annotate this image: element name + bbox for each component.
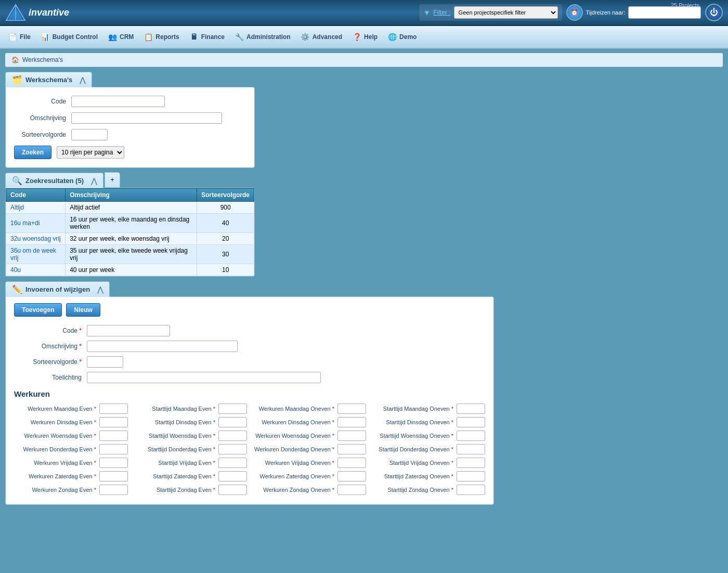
nav-demo[interactable]: 🌐 Demo — [383, 30, 421, 44]
werkuren-cell-input[interactable] — [457, 458, 485, 468]
werkuren-cell-input[interactable] — [218, 403, 247, 414]
werkuren-cell-input[interactable] — [99, 458, 128, 468]
nav-crm[interactable]: 👥 CRM — [103, 30, 138, 44]
code-input[interactable] — [71, 96, 165, 107]
cell-sorteervolgorde: 900 — [197, 202, 254, 214]
werkuren-cell: Starttijd Zaterdag Oneven * — [371, 471, 485, 481]
werkuren-cell: Werkuren Dinsdag Even * — [14, 417, 128, 427]
werkuren-cell-label: Starttijd Zaterdag Oneven * — [371, 473, 453, 479]
werkuren-row: Werkuren Donderdag Even * Starttijd Dond… — [14, 444, 485, 454]
werkuren-cell-label: Werkuren Zondag Oneven * — [252, 487, 334, 493]
werkuren-cell: Starttijd Zondag Oneven * — [371, 485, 485, 495]
filter-link[interactable]: Filter : — [433, 9, 450, 16]
nav-advanced[interactable]: ⚙️ Advanced — [296, 30, 346, 44]
werkuren-cell-input[interactable] — [99, 471, 128, 481]
werkuren-cell: Starttijd Maandag Oneven * — [371, 403, 485, 414]
rows-per-page-select[interactable]: 10 rijen per pagina — [57, 146, 124, 159]
nav-help[interactable]: ❓ Help — [347, 30, 382, 44]
sorteervolgorde-input[interactable] — [71, 129, 108, 140]
nav-finance[interactable]: 🖩 Finance — [185, 30, 229, 44]
werkuren-cell-input[interactable] — [218, 444, 247, 454]
werkuren-cell-input[interactable] — [99, 431, 128, 441]
werkuren-cell-input[interactable] — [337, 431, 366, 441]
werkuren-cell: Starttijd Zaterdag Even * — [133, 471, 247, 481]
werkuren-cell-label: Werkuren Donderdag Oneven * — [252, 446, 334, 452]
werkuren-cell: Starttijd Dinsdag Oneven * — [371, 417, 485, 427]
code-link[interactable]: 32u woensdag vrij — [10, 235, 61, 242]
werkuren-cell-input[interactable] — [457, 417, 485, 427]
werkuren-row: Werkuren Zondag Even * Starttijd Zondag … — [14, 485, 485, 495]
werkuren-cell-input[interactable] — [218, 458, 247, 468]
werkuren-cell-label: Starttijd Woensdag Even * — [133, 433, 215, 439]
nav-budget-control[interactable]: 📊 Budget Control — [36, 30, 102, 44]
werkuren-cell-input[interactable] — [337, 417, 366, 427]
table-row: 32u woensdag vrij 32 uur per week, elke … — [6, 233, 254, 245]
time-travel-label: Tijdreizen naar: — [586, 9, 625, 16]
werkuren-cell-input[interactable] — [337, 458, 366, 468]
werkuren-cell-input[interactable] — [218, 417, 247, 427]
werkuren-grid: Werkuren Maandag Even * Starttijd Maanda… — [14, 403, 485, 495]
werkuren-cell: Starttijd Dinsdag Even * — [133, 417, 247, 427]
cell-sorteervolgorde: 30 — [197, 245, 254, 264]
werkuren-cell-input[interactable] — [99, 417, 128, 427]
cell-code: 36u om de week vrij — [6, 245, 66, 264]
col-code: Code — [6, 189, 66, 202]
filter-select[interactable]: Geen projectspecifiek filter — [454, 6, 558, 19]
code-link[interactable]: Altijd — [10, 204, 24, 211]
werkuren-cell-input[interactable] — [457, 471, 485, 481]
edit-panel-collapse[interactable]: ⋀ — [97, 285, 103, 294]
omschrijving-label: Omschrijving — [14, 114, 66, 122]
werkuren-cell-input[interactable] — [337, 485, 366, 495]
werkuren-cell-input[interactable] — [218, 471, 247, 481]
omschrijving-input[interactable] — [71, 112, 222, 124]
werkuren-row: Werkuren Zaterdag Even * Starttijd Zater… — [14, 471, 485, 481]
search-panel-title: Werkschema's — [25, 76, 72, 84]
nav-reports[interactable]: 📋 Reports — [139, 30, 183, 44]
werkuren-cell: Werkuren Maandag Oneven * — [252, 403, 366, 414]
werkuren-cell-label: Werkuren Woensdag Oneven * — [252, 433, 334, 439]
werkuren-cell-input[interactable] — [337, 471, 366, 481]
edit-panel: ✏️ Invoeren of wijzigen ⋀ Toevoegen Nieu… — [5, 281, 494, 505]
werkuren-cell: Werkuren Zaterdag Oneven * — [252, 471, 366, 481]
nav-file[interactable]: 📄 File — [3, 30, 35, 44]
werkuren-cell: Werkuren Donderdag Even * — [14, 444, 128, 454]
edit-toelichting-label: Toelichting — [14, 374, 82, 381]
search-button[interactable]: Zoeken — [14, 146, 51, 159]
werkuren-cell-input[interactable] — [457, 444, 485, 454]
werkuren-cell-input[interactable] — [337, 403, 366, 414]
werkuren-cell-input[interactable] — [99, 403, 128, 414]
werkuren-cell-input[interactable] — [99, 444, 128, 454]
edit-toelichting-row: Toelichting — [14, 372, 485, 383]
code-link[interactable]: 36u om de week vrij — [10, 247, 56, 262]
werkuren-cell-label: Starttijd Maandag Oneven * — [371, 406, 453, 412]
edit-omschrijving-row: Omschrijving — [14, 341, 485, 352]
edit-toelichting-input[interactable] — [87, 372, 321, 383]
add-button[interactable]: Toevoegen — [14, 303, 62, 317]
werkuren-cell-input[interactable] — [457, 403, 485, 414]
edit-omschrijving-input[interactable] — [87, 341, 238, 352]
werkuren-cell-input[interactable] — [337, 444, 366, 454]
results-table: Code Omschrijving Sorteervolgorde Altijd… — [6, 188, 254, 276]
edit-icon: ✏️ — [12, 284, 22, 294]
results-collapse[interactable]: ⋀ — [91, 177, 97, 185]
code-link[interactable]: 40u — [10, 266, 21, 274]
power-button[interactable]: ⏻ — [705, 4, 723, 21]
edit-sorteervolgorde-input[interactable] — [87, 356, 123, 368]
werkuren-cell-input[interactable] — [457, 485, 485, 495]
werkuren-cell-input[interactable] — [457, 431, 485, 441]
werkuren-cell-input[interactable] — [99, 485, 128, 495]
werkuren-cell-input[interactable] — [218, 485, 247, 495]
new-button[interactable]: Nieuw — [66, 303, 100, 317]
table-row: 40u 40 uur per week 10 — [6, 264, 254, 276]
werkuren-cell-input[interactable] — [218, 431, 247, 441]
nav-demo-label: Demo — [399, 33, 417, 41]
results-panel: 🔍 Zoekresultaten (5) ⋀ + Code Omschrijvi… — [5, 172, 255, 277]
werkuren-cell: Starttijd Zondag Even * — [133, 485, 247, 495]
code-label: Code — [14, 98, 66, 105]
nav-administration[interactable]: 🔧 Administration — [230, 30, 295, 44]
results-add-tab[interactable]: + — [105, 172, 120, 188]
code-link[interactable]: 16u ma+di — [10, 219, 40, 227]
search-panel-collapse[interactable]: ⋀ — [80, 76, 85, 84]
search-panel-icon: 🗂️ — [12, 75, 22, 85]
edit-code-input[interactable] — [87, 325, 170, 336]
